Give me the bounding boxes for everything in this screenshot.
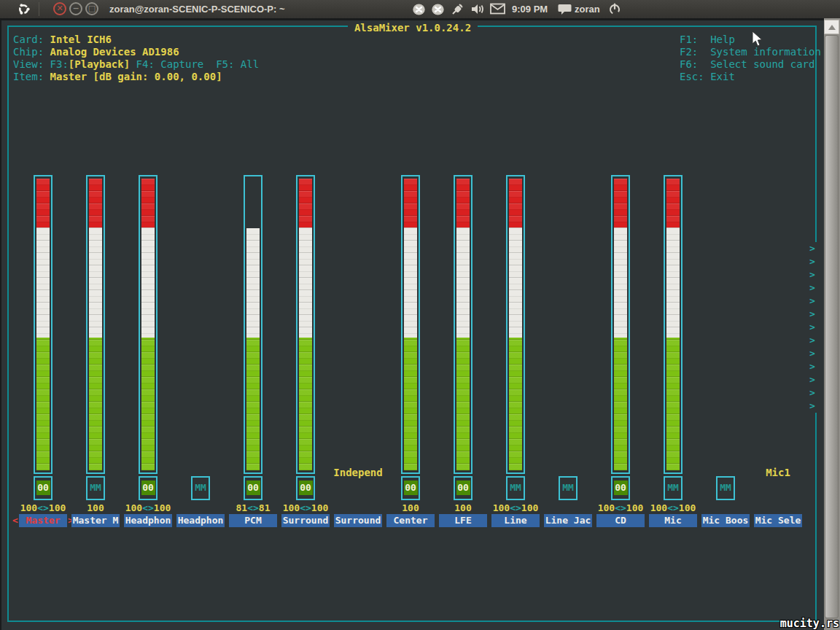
help-esc: Esc: Exit	[680, 71, 735, 83]
volume-value-headphon: 100<>100	[115, 502, 181, 514]
channel-label-line[interactable]: Line	[491, 514, 540, 527]
help-f2: F2: System information	[680, 46, 821, 58]
card-value: Intel ICH6	[50, 34, 112, 45]
channel-label-surround-2[interactable]: Surround	[334, 514, 382, 527]
channel-label-center[interactable]: Center	[386, 514, 435, 527]
view-mode: [Playback]	[69, 58, 130, 70]
volume-bar-empty	[246, 179, 260, 228]
volume-bar-master[interactable]	[34, 175, 52, 474]
mute-indicator-pcm[interactable]: 00	[244, 476, 262, 500]
mute-state: MM	[509, 481, 523, 495]
mute-indicator-headphon-2[interactable]: MM	[191, 476, 210, 500]
mail-icon[interactable]	[490, 3, 505, 15]
volume-bar-fill-line	[509, 179, 522, 470]
volume-bar-zones	[404, 179, 417, 470]
mute-state: MM	[561, 481, 575, 495]
volume-bar-mic[interactable]	[664, 175, 682, 474]
volume-bar-surround[interactable]	[296, 175, 315, 474]
channel-label-cd[interactable]: CD	[596, 514, 645, 527]
volume-bar-zones	[141, 179, 155, 470]
scroll-right-indicator: >	[806, 308, 818, 321]
scrollbar-up-button[interactable]	[824, 20, 839, 34]
volume-bar-center[interactable]	[401, 175, 420, 474]
scroll-right-indicator: >	[806, 334, 818, 347]
channel-label-headphon-2[interactable]: Headphon	[176, 514, 225, 527]
scroll-right-indicator: >	[806, 347, 818, 360]
mute-indicator-master[interactable]: 00	[34, 476, 52, 500]
top-panel: ✕ − □ zoran@zoran-SCENIC-P-SCENICO-P: ~	[0, 0, 840, 19]
network-plug-icon[interactable]	[451, 3, 464, 15]
scroll-right-indicator: >	[806, 400, 818, 413]
close-button[interactable]: ✕	[53, 2, 66, 15]
enum-value-surround-2: Independ	[325, 467, 391, 478]
volume-bar-zones	[509, 179, 522, 470]
mute-indicator-headphon[interactable]: 00	[139, 476, 158, 500]
volume-bar-zones	[666, 179, 680, 470]
volume-bar-fill-master	[36, 179, 50, 470]
skype-status-icon-2[interactable]	[431, 3, 445, 16]
channel-label-surround[interactable]: Surround	[281, 514, 330, 527]
volume-bar-line[interactable]	[506, 175, 525, 474]
channel-label-master[interactable]: Master	[19, 514, 67, 527]
channel-label-mic-boos[interactable]: Mic Boos	[701, 514, 750, 527]
volume-bar-cd[interactable]	[611, 175, 630, 474]
system-tray: 9:09 PM zoran	[621, 0, 840, 18]
channel-label-master-m[interactable]: Master M	[71, 514, 120, 527]
scroll-right-indicator: >	[806, 242, 818, 255]
clock[interactable]: 9:09 PM	[512, 3, 548, 15]
scroll-right-indicator: >	[806, 321, 818, 334]
volume-bar-zones	[36, 179, 50, 470]
volume-value-line: 100<>100	[483, 502, 548, 514]
mute-indicator-cd[interactable]: 00	[611, 476, 630, 500]
mute-state: 00	[246, 481, 260, 495]
maximize-button[interactable]: □	[85, 2, 98, 15]
scrollbar-thumb[interactable]	[825, 35, 839, 618]
mute-indicator-mic-boos[interactable]: MM	[716, 476, 735, 500]
mute-state: MM	[666, 481, 680, 495]
volume-value-mic: 100<>100	[640, 502, 706, 514]
minimize-button[interactable]: −	[69, 2, 82, 15]
volume-bar-pcm[interactable]	[244, 175, 262, 474]
channel-label-lfe[interactable]: LFE	[439, 514, 487, 527]
volume-bar-headphon[interactable]	[139, 175, 158, 474]
terminal-window: AlsaMixer v1.0.24.2 Card: Intel ICH6 Chi…	[0, 18, 824, 630]
channel-label-line-jac[interactable]: Line Jac	[544, 514, 592, 527]
volume-bar-master-m[interactable]	[86, 175, 105, 474]
mute-state: 00	[456, 481, 470, 495]
scrollbar[interactable]	[824, 18, 840, 630]
scroll-right-indicator: >	[806, 373, 818, 386]
power-icon[interactable]	[609, 3, 621, 15]
channel-label-headphon[interactable]: Headphon	[124, 514, 172, 527]
chip-row: Chip: Analog Devices AD1986	[13, 46, 179, 58]
channel-label-mic-sele[interactable]: Mic Sele	[754, 514, 802, 527]
screen: ✕ − □ zoran@zoran-SCENIC-P-SCENICO-P: ~	[0, 0, 840, 630]
volume-bar-fill-pcm	[246, 179, 260, 470]
scroll-right-indicator: >	[806, 268, 818, 281]
mute-indicator-lfe[interactable]: 00	[454, 476, 472, 500]
volume-bar-fill-cd	[614, 179, 627, 470]
mute-indicator-center[interactable]: 00	[401, 476, 420, 500]
volume-bar-zones	[614, 179, 627, 470]
channel-label-mic[interactable]: Mic	[649, 514, 697, 527]
watermark: mucity.rs	[780, 617, 839, 630]
volume-bar-lfe[interactable]	[454, 175, 472, 474]
item-row: Item: Master [dB gain: 0.00, 0.00]	[13, 71, 222, 83]
volume-bar-fill-lfe	[456, 179, 470, 470]
item-value: Master [dB gain: 0.00, 0.00]	[50, 71, 222, 82]
mute-indicator-line[interactable]: MM	[506, 476, 525, 500]
mute-indicator-surround[interactable]: 00	[296, 476, 315, 500]
ubuntu-logo-icon[interactable]	[18, 3, 30, 15]
volume-bar-zones	[89, 179, 102, 470]
mute-indicator-master-m[interactable]: MM	[86, 476, 105, 500]
messaging-bubble-icon[interactable]	[558, 3, 572, 15]
mute-state: 00	[404, 481, 418, 495]
skype-status-icon[interactable]	[412, 3, 426, 16]
channel-label-pcm[interactable]: PCM	[229, 514, 277, 527]
user-menu[interactable]: zoran	[575, 3, 600, 15]
scroll-right-indicator: >	[806, 295, 818, 308]
mute-indicator-mic[interactable]: MM	[664, 476, 682, 500]
scroll-right-indicator: >	[806, 281, 818, 295]
volume-bar-fill-center	[404, 179, 417, 470]
mute-indicator-line-jac[interactable]: MM	[559, 476, 578, 500]
volume-icon[interactable]	[471, 3, 484, 15]
